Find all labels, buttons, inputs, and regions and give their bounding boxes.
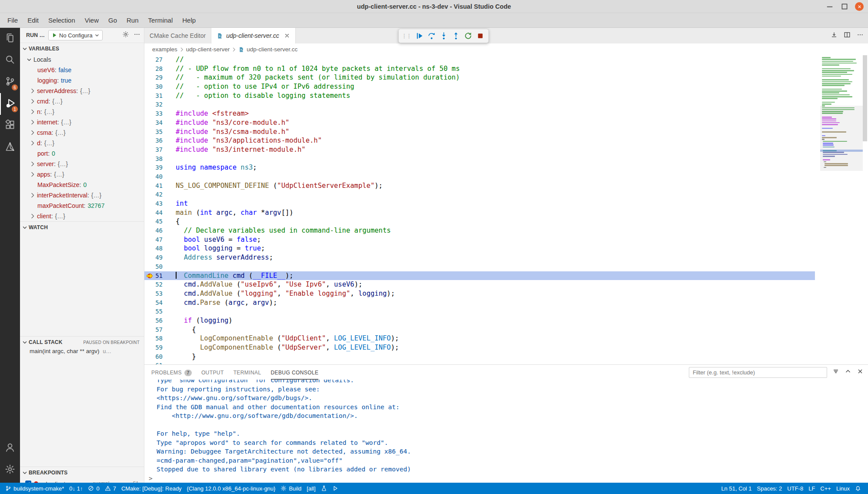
encoding-status[interactable]: UTF-8 (785, 485, 806, 492)
panel-tab-terminal[interactable]: TERMINAL (234, 365, 261, 380)
gutter[interactable]: 50 (144, 262, 176, 271)
git-sync-status[interactable]: 0↓ 1↑ (67, 483, 85, 494)
code-line-41[interactable]: 41NS_LOG_COMPONENT_DEFINE ("UdpClientSer… (144, 181, 815, 190)
gutter[interactable]: 44 (144, 208, 176, 217)
gutter[interactable]: 40 (144, 172, 176, 181)
gutter[interactable]: 52 (144, 280, 176, 289)
gutter[interactable]: 57 (144, 325, 176, 334)
cmake-target-status[interactable]: [all] (304, 483, 318, 494)
maximize-icon[interactable] (840, 2, 849, 11)
gutter[interactable]: 38 (144, 154, 176, 164)
minimap-viewport[interactable] (820, 106, 863, 171)
code-line-59[interactable]: 59 LogComponentEnable ("UdpServer", LOG_… (144, 343, 815, 352)
variable-row[interactable]: client:{…} (20, 211, 144, 221)
code-line-33[interactable]: 33#include <fstream> (144, 109, 815, 118)
menu-file[interactable]: File (3, 15, 23, 26)
variable-row[interactable]: maxPacketCount:32767 (20, 200, 144, 211)
step-into-button[interactable] (438, 30, 449, 42)
toolbar-drag-handle[interactable]: ⋮⋮ (401, 33, 411, 39)
console-prompt[interactable]: > (149, 474, 868, 483)
menu-view[interactable]: View (80, 15, 103, 26)
breadcrumb-item[interactable]: examples (152, 46, 177, 53)
panel-tab-output[interactable]: OUTPUT (201, 365, 224, 380)
code-line-57[interactable]: 57 { (144, 325, 815, 334)
code-line-40[interactable]: 40 (144, 172, 815, 181)
gutter[interactable]: 51 (144, 271, 176, 280)
run-debug-activity-item[interactable]: 1 (0, 93, 20, 115)
gutter[interactable]: 59 (144, 343, 176, 352)
close-icon[interactable] (855, 2, 864, 11)
code-line-38[interactable]: 38 (144, 154, 815, 164)
menu-terminal[interactable]: Terminal (144, 15, 178, 26)
maximize-panel-icon[interactable] (845, 368, 851, 377)
gutter[interactable]: 39 (144, 163, 176, 172)
gutter[interactable]: 31 (144, 91, 176, 100)
panel-tab-debug-console[interactable]: DEBUG CONSOLE (271, 365, 319, 380)
gutter[interactable]: 53 (144, 289, 176, 298)
source-control-activity-item[interactable]: 6 (0, 71, 20, 93)
gutter[interactable]: 42 (144, 190, 176, 199)
code-line-51[interactable]: 51 CommandLine cmd (__FILE__); (144, 271, 815, 280)
variable-row[interactable]: useV6:false (20, 65, 144, 75)
code-line-37[interactable]: 37#include "ns3/internet-module.h" (144, 145, 815, 154)
code-line-61[interactable]: 61 (144, 361, 815, 364)
code-line-45[interactable]: 45{ (144, 217, 815, 226)
editor-tab-1[interactable]: udp-client-server.cc (211, 28, 296, 43)
menu-selection[interactable]: Selection (43, 15, 80, 26)
code-line-52[interactable]: 52 cmd.AddValue ("useIpv6", "Use Ipv6", … (144, 280, 815, 289)
variable-row[interactable]: d:{…} (20, 138, 144, 148)
breadcrumb-item[interactable]: udp-client-server.cc (238, 46, 297, 53)
console-filter-input[interactable] (689, 367, 827, 378)
minimize-icon[interactable] (825, 2, 834, 11)
breakpoint-row[interactable]: ✓udp-client-server.ccexampl…51 (20, 478, 144, 483)
explorer-activity-item[interactable] (0, 28, 20, 50)
code-line-36[interactable]: 36#include "ns3/applications-module.h" (144, 136, 815, 145)
gutter[interactable]: 56 (144, 316, 176, 325)
cmake-tools-activity-item[interactable] (0, 137, 20, 158)
menu-edit[interactable]: Edit (23, 15, 43, 26)
variable-row[interactable]: n:{…} (20, 107, 144, 117)
gutter[interactable]: 34 (144, 118, 176, 127)
gutter[interactable]: 46 (144, 226, 176, 235)
launch-config-dropdown[interactable]: No Configura (48, 30, 103, 40)
gutter[interactable]: 58 (144, 334, 176, 343)
code-line-35[interactable]: 35#include "ns3/csma-module.h" (144, 127, 815, 137)
gutter[interactable]: 28 (144, 64, 176, 73)
close-panel-icon[interactable] (857, 368, 864, 377)
variable-row[interactable]: internet:{…} (20, 117, 144, 127)
variables-section-header[interactable]: VARIABLES (20, 43, 144, 54)
gutter[interactable]: 43 (144, 199, 176, 208)
indentation-status[interactable]: Spaces: 2 (754, 485, 785, 492)
cmake-build-button[interactable]: Build (278, 483, 304, 494)
variable-row[interactable]: port:0 (20, 148, 144, 159)
code-line-30[interactable]: 30// - option to use IPv4 or IPv6 addres… (144, 82, 815, 91)
editor-tab-0[interactable]: CMake Cache Editor (144, 28, 211, 43)
scope-locals[interactable]: Locals (20, 54, 144, 65)
gutter[interactable]: 48 (144, 244, 176, 253)
step-over-button[interactable] (426, 30, 437, 42)
code-line-55[interactable]: 55 (144, 307, 815, 316)
variable-row[interactable]: MaxPacketSize:0 (20, 180, 144, 190)
cursor-position-status[interactable]: Ln 51, Col 1 (718, 485, 754, 492)
start-debug-icon[interactable] (51, 32, 57, 38)
code-line-44[interactable]: 44main (int argc, char *argv[]) (144, 208, 815, 217)
more-actions-icon[interactable] (857, 31, 864, 40)
watch-section-header[interactable]: WATCH (20, 222, 144, 233)
breakpoints-section-header[interactable]: BREAKPOINTS (20, 467, 144, 478)
variable-row[interactable]: server:{…} (20, 159, 144, 169)
open-changes-icon[interactable] (831, 31, 838, 40)
gutter[interactable]: 35 (144, 127, 176, 137)
variable-row[interactable]: interPacketInterval:{…} (20, 190, 144, 200)
code-line-29[interactable]: 29// - maximum of 320 packets sent (or l… (144, 73, 815, 82)
stack-frame[interactable]: main(int argc, char ** argv)u… (20, 348, 144, 358)
continue-button[interactable] (414, 30, 425, 42)
gutter[interactable]: 32 (144, 100, 176, 109)
step-out-button[interactable] (450, 30, 461, 42)
menu-run[interactable]: Run (122, 15, 144, 26)
gutter[interactable]: 36 (144, 136, 176, 145)
code-line-27[interactable]: 27// (144, 55, 815, 64)
menu-go[interactable]: Go (103, 15, 122, 26)
code-line-58[interactable]: 58 LogComponentEnable ("UdpClient", LOG_… (144, 334, 815, 343)
debug-settings-gear-icon[interactable] (122, 31, 129, 40)
code-line-53[interactable]: 53 cmd.AddValue ("logging", "Enable logg… (144, 289, 815, 298)
